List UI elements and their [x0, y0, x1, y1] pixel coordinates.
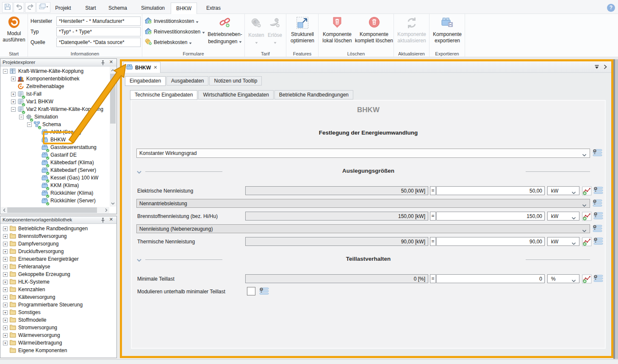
- expander-icon[interactable]: +: [3, 265, 8, 269]
- library-folder-wärmeübertragung[interactable]: +Wärmeübertragung: [1, 339, 116, 347]
- expander-icon[interactable]: +: [3, 287, 8, 292]
- undo-button[interactable]: [14, 2, 24, 13]
- window-layout-button[interactable]: [36, 2, 50, 13]
- quelle-input[interactable]: [56, 38, 141, 47]
- menu-tab-bhkw[interactable]: BHKW: [171, 3, 197, 14]
- parameter-pin-button[interactable]: [592, 149, 602, 157]
- close-tab-icon[interactable]: ✕: [153, 65, 157, 70]
- expander-icon[interactable]: −: [27, 122, 32, 127]
- expander-icon[interactable]: +: [11, 92, 16, 97]
- library-folder-programmierbare-steuerung[interactable]: +Programmierbare Steuerung: [1, 301, 116, 309]
- expander-icon[interactable]: +: [3, 310, 8, 315]
- horizontal-scrollbar[interactable]: [1, 207, 109, 213]
- tree-item-bhkw[interactable]: BHKW: [1, 136, 109, 143]
- unit-select[interactable]: kW: [547, 237, 579, 246]
- expander-icon[interactable]: +: [3, 249, 8, 254]
- parameter-pin-button[interactable]: [593, 275, 603, 283]
- expander-icon[interactable]: +: [3, 257, 8, 262]
- library-folder-erneuerbare-energieträger[interactable]: +Erneuerbare Energieträger: [1, 255, 116, 263]
- library-folder-betriebliche-randbedingungen[interactable]: +Betriebliche Randbedingungen: [1, 225, 116, 232]
- tree-item-kältebedarf-klima[interactable]: Kältebedarf (Klima): [1, 159, 109, 166]
- tree-item-schema[interactable]: −Schema: [1, 121, 109, 128]
- expander-icon[interactable]: +: [11, 77, 16, 81]
- value-input[interactable]: [436, 186, 545, 195]
- subtab-betriebliche-randbedingungen[interactable]: Betriebliche Randbedingungen: [274, 90, 353, 99]
- komponente-exportieren-button[interactable]: Komponente exportieren: [431, 17, 463, 44]
- group-dropdown[interactable]: Nennleistung (Nebenerzeugung): [136, 224, 590, 233]
- library-folder-hlk-systeme[interactable]: +HLK-Systeme: [1, 278, 116, 286]
- scroll-up-icon[interactable]: [110, 67, 116, 73]
- tree-item-kkm-klima[interactable]: KKM (Klima): [1, 182, 109, 189]
- library-folder-brennstoffversorgung[interactable]: +Brennstoffversorgung: [1, 232, 116, 240]
- komponente-komplett-loeschen-button[interactable]: Komponente komplett löschen: [355, 17, 393, 44]
- close-icon[interactable]: ✕: [109, 217, 113, 222]
- timeseries-chart-button[interactable]: [582, 237, 592, 246]
- tree-item-ist-fall[interactable]: +Ist-Fall: [1, 90, 109, 98]
- scroll-left-icon[interactable]: [1, 207, 7, 213]
- group-dropdown[interactable]: Nennantriebsleistung: [136, 199, 590, 208]
- scrollbar-thumb[interactable]: [110, 74, 116, 124]
- strukturell-optimieren-button[interactable]: Strukturell optimieren: [288, 17, 317, 44]
- menu-tab-extras[interactable]: Extras: [203, 3, 224, 14]
- tab-ausgabedaten[interactable]: Ausgabedaten: [166, 76, 208, 85]
- tree-item-kältebedarf-server[interactable]: Kältebedarf (Server): [1, 166, 109, 174]
- library-folder-eigene-komponenten[interactable]: Eigene Komponenten: [1, 347, 116, 354]
- scrollbar-thumb[interactable]: [7, 207, 97, 213]
- tree-item-akm-server[interactable]: AKM (Server): [1, 128, 109, 136]
- tree-item-rückkühler-server[interactable]: Rückkühler (Server): [1, 197, 109, 204]
- betriebskosten-button[interactable]: Betriebskosten: [144, 38, 192, 47]
- library-folder-fehleranalyse[interactable]: +Fehleranalyse: [1, 263, 116, 270]
- investitionskosten-button[interactable]: $ Investitionskosten: [144, 17, 199, 25]
- library-folder-wärmeversorgung[interactable]: +Wärmeversorgung: [1, 331, 116, 339]
- expander-icon[interactable]: +: [3, 325, 8, 330]
- library-folder-stoffmodelle[interactable]: +Stoffmodelle: [1, 316, 116, 324]
- parameter-pin-button[interactable]: [593, 212, 603, 220]
- library-folder-kennzahlen[interactable]: +Kennzahlen: [1, 286, 116, 293]
- modulate-checkbox[interactable]: [247, 287, 255, 295]
- tree-item-var2-kraft-wärme-kälte-kopplung[interactable]: −Var2 Kraft-Wärme-Kälte-Kopplung: [1, 105, 109, 113]
- expander-icon[interactable]: +: [3, 226, 8, 231]
- run-module-button[interactable]: Modul ausführen: [2, 16, 26, 43]
- conversion-method-select[interactable]: Konstanter Wirkungsgrad: [136, 149, 590, 158]
- menu-tab-start[interactable]: Start: [82, 3, 100, 14]
- value-input[interactable]: [436, 212, 545, 221]
- expander-icon[interactable]: +: [11, 99, 16, 104]
- expander-icon[interactable]: +: [3, 242, 8, 246]
- library-folder-stromversorgung[interactable]: +Stromversorgung: [1, 324, 116, 331]
- library-folder-druckluftversorgung[interactable]: +Druckluftversorgung: [1, 248, 116, 255]
- tree-item-rückkühler-klima[interactable]: Rückkühler (Klima): [1, 189, 109, 197]
- unit-select[interactable]: %: [547, 274, 579, 283]
- parameter-pin-button[interactable]: [592, 225, 602, 233]
- redo-button[interactable]: [25, 2, 36, 13]
- timeseries-chart-button[interactable]: [582, 274, 592, 284]
- save-button[interactable]: [2, 2, 13, 13]
- parameter-pin-button[interactable]: [593, 187, 603, 195]
- library-folder-dampfversorgung[interactable]: +Dampfversorgung: [1, 240, 116, 248]
- pin-icon[interactable]: [100, 218, 105, 224]
- expander-icon[interactable]: +: [3, 318, 8, 323]
- tree-item-simulation[interactable]: −Simulation: [1, 113, 109, 121]
- tree-item-komponentenbibliothek[interactable]: +Komponentenbibliothek: [1, 75, 109, 83]
- library-folder-gekoppelte-erzeugung[interactable]: +Gekoppelte Erzeugung: [1, 270, 116, 278]
- parameter-pin-button[interactable]: [259, 287, 269, 295]
- library-folder-kälteversorgung[interactable]: +Kälteversorgung: [1, 293, 116, 301]
- menu-tab-schema[interactable]: Schema: [106, 3, 130, 14]
- expander-icon[interactable]: +: [3, 234, 8, 239]
- tab-list-icon[interactable]: [594, 65, 599, 71]
- tab-next-icon[interactable]: [604, 64, 607, 71]
- menu-tab-projekt[interactable]: Projekt: [52, 3, 74, 14]
- tab-notizen-und-tooltip[interactable]: Notizen und Tooltip: [209, 76, 262, 85]
- expander-icon[interactable]: +: [3, 303, 8, 307]
- komponente-lokal-loeschen-button[interactable]: Komponente lokal löschen: [319, 17, 355, 44]
- tree-item-var1-bhkw[interactable]: +Var1 BHKW: [1, 98, 109, 105]
- pin-icon[interactable]: [100, 60, 105, 67]
- reinvestitionskosten-button[interactable]: $ Reinvestitionskosten: [144, 28, 205, 36]
- close-icon[interactable]: ✕: [109, 59, 113, 65]
- subtab-wirtschaftliche-eingabedaten[interactable]: Wirtschaftliche Eingabedaten: [198, 90, 273, 99]
- library-folder-sonstiges[interactable]: +Sonstiges: [1, 309, 116, 316]
- expander-icon[interactable]: −: [19, 115, 24, 119]
- timeseries-chart-button[interactable]: [582, 186, 592, 196]
- timeseries-chart-button[interactable]: [582, 212, 592, 221]
- vertical-scrollbar[interactable]: [110, 67, 116, 207]
- expander-icon[interactable]: +: [3, 333, 8, 338]
